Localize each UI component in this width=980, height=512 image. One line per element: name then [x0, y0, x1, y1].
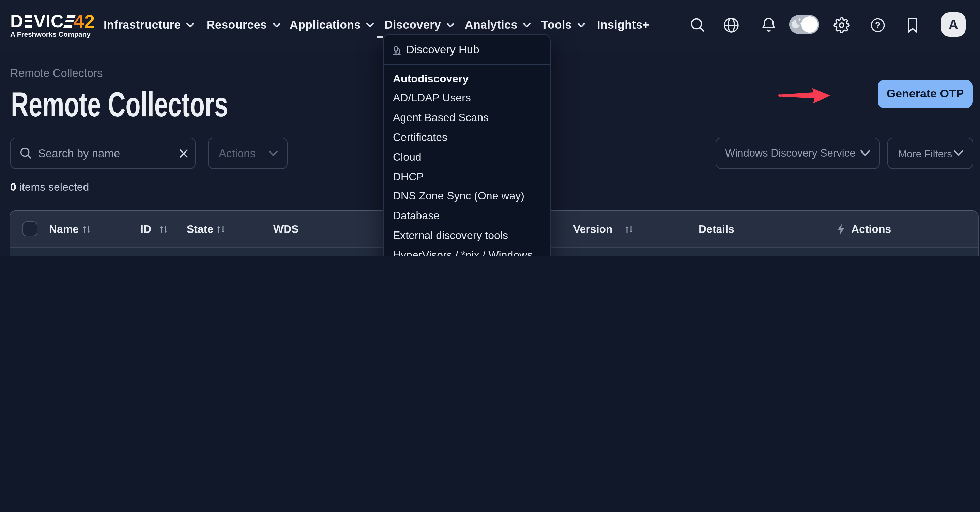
svg-text:?: ? [875, 20, 880, 30]
